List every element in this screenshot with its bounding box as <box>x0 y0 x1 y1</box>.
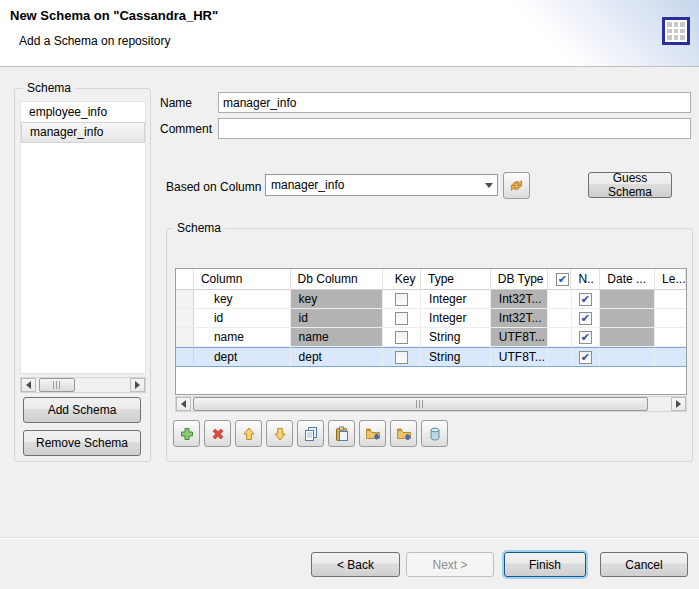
key-checkbox[interactable] <box>395 331 408 344</box>
scroll-left-icon <box>181 400 186 408</box>
table-grid-icon <box>662 17 690 45</box>
schema-table-group: Schema Column Db Column Key Type DB Type… <box>166 228 693 462</box>
header-db-type: DB Type <box>491 269 548 290</box>
import-schema-button[interactable] <box>390 420 417 447</box>
cell-length[interactable] <box>655 309 686 328</box>
back-button[interactable]: < Back <box>311 552 400 577</box>
header-type: Type <box>421 269 491 290</box>
comment-label: Comment <box>160 122 212 136</box>
delete-row-button[interactable] <box>204 420 231 447</box>
database-icon <box>427 426 443 442</box>
cell-spacer <box>548 309 572 328</box>
grid-row-key: key key Integer Int32T... ✔ <box>176 290 686 309</box>
copy-button[interactable] <box>297 420 324 447</box>
cell-length[interactable] <box>655 347 686 367</box>
combobox-value: manager_info <box>266 178 481 192</box>
cell-type[interactable]: String <box>421 347 491 367</box>
schema-list-hscrollbar[interactable] <box>20 377 146 393</box>
guess-schema-button[interactable]: Guess Schema <box>588 172 672 198</box>
scrollbar-thumb[interactable] <box>193 397 648 411</box>
reset-db-types-button[interactable] <box>421 420 448 447</box>
grid-hscrollbar[interactable] <box>175 396 687 412</box>
schema-grid: Column Db Column Key Type DB Type ✔ N.. … <box>175 268 687 395</box>
header-select-all: ✔ <box>548 269 572 290</box>
remove-schema-button[interactable]: Remove Schema <box>23 430 141 456</box>
header-gradient <box>419 0 699 66</box>
scrollbar-thumb[interactable] <box>39 378 75 392</box>
nullable-checkbox[interactable]: ✔ <box>579 293 592 306</box>
key-checkbox[interactable] <box>395 293 408 306</box>
plus-icon <box>179 426 195 442</box>
grid-row-name: name name String UTF8T... ✔ <box>176 328 686 347</box>
cell-column[interactable]: id <box>194 309 291 328</box>
grid-toolbar <box>173 420 448 447</box>
refresh-column-families-button[interactable] <box>503 172 530 199</box>
schema-list: employee_info manager_info <box>20 101 146 374</box>
scroll-right-button[interactable] <box>130 378 145 392</box>
row-header <box>176 347 194 367</box>
scroll-right-button[interactable] <box>671 397 686 411</box>
select-all-checkbox[interactable]: ✔ <box>556 273 569 286</box>
cell-type[interactable]: Integer <box>421 309 491 328</box>
key-checkbox[interactable] <box>395 312 408 325</box>
add-row-button[interactable] <box>173 420 200 447</box>
cell-type[interactable]: String <box>421 328 491 347</box>
arrow-down-icon <box>272 426 288 442</box>
wizard-header: New Schema on "Cassandra_HR" Add a Schem… <box>0 0 699 67</box>
cell-db-type: Int32T... <box>491 309 548 328</box>
cell-type[interactable]: Integer <box>421 290 491 309</box>
nullable-checkbox[interactable]: ✔ <box>579 331 592 344</box>
cell-column[interactable]: dept <box>194 347 291 367</box>
cell-db-type: UTF8T... <box>491 347 548 367</box>
list-item-employee-info[interactable]: employee_info <box>21 102 145 122</box>
key-checkbox[interactable] <box>395 351 408 364</box>
cell-column[interactable]: key <box>194 290 291 309</box>
folder-import-icon <box>396 426 412 442</box>
move-up-button[interactable] <box>235 420 262 447</box>
cell-column[interactable]: name <box>194 328 291 347</box>
export-schema-button[interactable] <box>359 420 386 447</box>
row-header-corner <box>176 269 194 290</box>
cell-length[interactable] <box>655 328 686 347</box>
cancel-button[interactable]: Cancel <box>600 552 688 577</box>
name-input[interactable] <box>218 92 691 113</box>
copy-icon <box>303 426 319 442</box>
paste-button[interactable] <box>328 420 355 447</box>
row-header <box>176 290 194 309</box>
scrollbar-track[interactable] <box>36 378 130 392</box>
paste-icon <box>334 426 350 442</box>
finish-button[interactable]: Finish <box>504 552 586 577</box>
scrollbar-track[interactable] <box>191 397 671 411</box>
grid-row-id: id id Integer Int32T... ✔ <box>176 309 686 328</box>
header-column: Column <box>194 269 291 290</box>
grip-icon <box>416 400 425 408</box>
schema-list-group: Schema employee_info manager_info Add Sc… <box>14 88 151 462</box>
cell-nullable: ✔ <box>572 290 601 309</box>
cell-db-column: dept <box>291 347 384 367</box>
cell-date-pattern <box>600 328 655 347</box>
column-family-combobox[interactable]: manager_info <box>265 174 498 196</box>
cell-db-column: name <box>291 328 384 347</box>
dialog-subtitle: Add a Schema on repository <box>19 34 170 48</box>
scroll-left-button[interactable] <box>21 378 36 392</box>
comment-input[interactable] <box>218 118 691 139</box>
scroll-left-button[interactable] <box>176 397 191 411</box>
cell-date-pattern <box>600 309 655 328</box>
header-length: Le... <box>655 269 686 290</box>
add-schema-button[interactable]: Add Schema <box>23 397 141 423</box>
move-down-button[interactable] <box>266 420 293 447</box>
name-label: Name <box>160 96 192 110</box>
scroll-left-icon <box>26 381 31 389</box>
nullable-checkbox[interactable]: ✔ <box>579 351 592 364</box>
nullable-checkbox[interactable]: ✔ <box>579 312 592 325</box>
cell-db-type: Int32T... <box>491 290 548 309</box>
cell-spacer <box>548 347 572 367</box>
schema-table-group-label: Schema <box>173 221 225 235</box>
header-nullable: N.. <box>571 269 600 290</box>
cell-length[interactable] <box>655 290 686 309</box>
grid-row-dept-selected: dept dept String UTF8T... ✔ <box>176 347 686 367</box>
list-item-manager-info[interactable]: manager_info <box>21 122 145 143</box>
folder-export-icon <box>365 426 381 442</box>
cell-nullable: ✔ <box>572 309 601 328</box>
header-db-column: Db Column <box>291 269 384 290</box>
